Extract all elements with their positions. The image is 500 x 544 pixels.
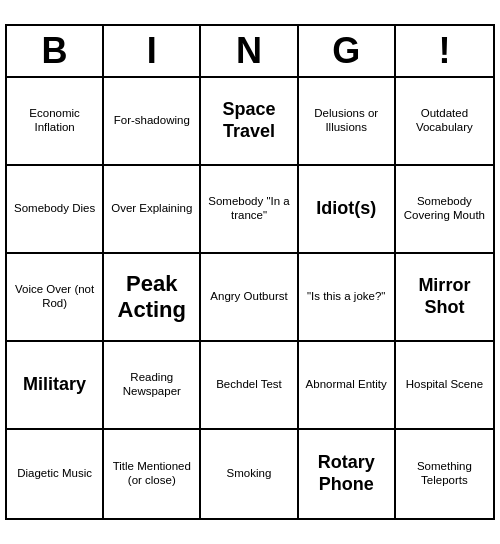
bingo-cell-7: Somebody "In a trance" xyxy=(201,166,298,254)
bingo-cell-5: Somebody Dies xyxy=(7,166,104,254)
bingo-card: BING! Economic InflationFor-shadowingSpa… xyxy=(5,24,495,520)
bingo-cell-10: Voice Over (not Rod) xyxy=(7,254,104,342)
bingo-cell-8: Idiot(s) xyxy=(299,166,396,254)
bingo-cell-11: Peak Acting xyxy=(104,254,201,342)
bingo-header: BING! xyxy=(7,26,493,78)
header-letter-B: B xyxy=(7,26,104,76)
bingo-grid: Economic InflationFor-shadowingSpace Tra… xyxy=(7,78,493,518)
bingo-cell-18: Abnormal Entity xyxy=(299,342,396,430)
bingo-cell-2: Space Travel xyxy=(201,78,298,166)
bingo-cell-9: Somebody Covering Mouth xyxy=(396,166,493,254)
bingo-cell-24: Something Teleports xyxy=(396,430,493,518)
bingo-cell-16: Reading Newspaper xyxy=(104,342,201,430)
bingo-cell-13: "Is this a joke?" xyxy=(299,254,396,342)
bingo-cell-0: Economic Inflation xyxy=(7,78,104,166)
bingo-cell-15: Military xyxy=(7,342,104,430)
bingo-cell-1: For-shadowing xyxy=(104,78,201,166)
header-letter-I: I xyxy=(104,26,201,76)
bingo-cell-12: Angry Outburst xyxy=(201,254,298,342)
bingo-cell-21: Title Mentioned (or close) xyxy=(104,430,201,518)
bingo-cell-23: Rotary Phone xyxy=(299,430,396,518)
bingo-cell-19: Hospital Scene xyxy=(396,342,493,430)
header-letter-!: ! xyxy=(396,26,493,76)
bingo-cell-4: Outdated Vocabulary xyxy=(396,78,493,166)
bingo-cell-3: Delusions or Illusions xyxy=(299,78,396,166)
header-letter-N: N xyxy=(201,26,298,76)
bingo-cell-20: Diagetic Music xyxy=(7,430,104,518)
bingo-cell-6: Over Explaining xyxy=(104,166,201,254)
header-letter-G: G xyxy=(299,26,396,76)
bingo-cell-17: Bechdel Test xyxy=(201,342,298,430)
bingo-cell-14: Mirror Shot xyxy=(396,254,493,342)
bingo-cell-22: Smoking xyxy=(201,430,298,518)
